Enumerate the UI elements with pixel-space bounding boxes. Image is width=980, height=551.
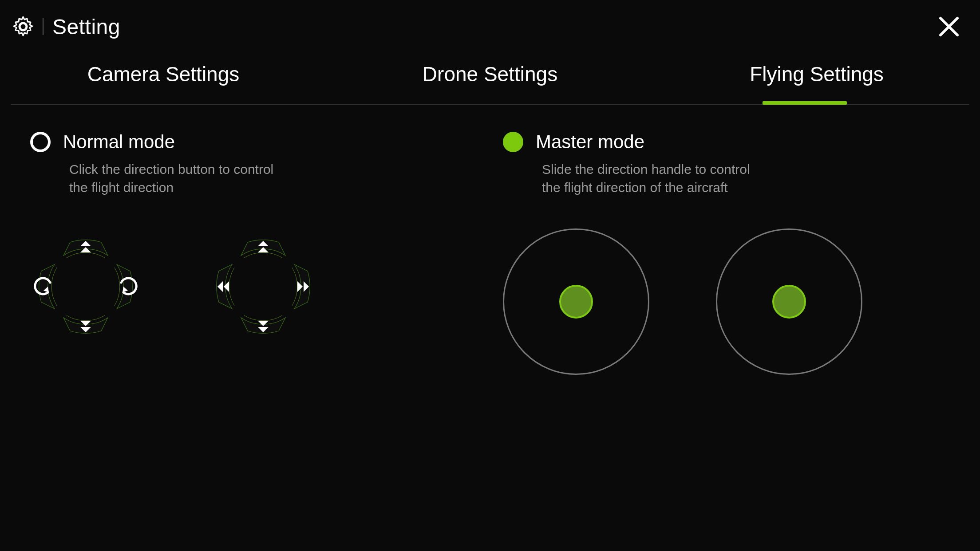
dpad-right-up-button[interactable] (243, 233, 283, 260)
close-icon (938, 16, 960, 38)
dpad-left-up-button[interactable] (66, 233, 106, 260)
tab-active-indicator (763, 101, 847, 105)
close-button[interactable] (936, 13, 962, 40)
joystick-right[interactable] (716, 228, 862, 375)
joystick-right-thumb[interactable] (772, 285, 806, 319)
header-left: Setting (12, 15, 120, 39)
joystick-left[interactable] (503, 228, 649, 375)
dpad-left-down-button[interactable] (66, 313, 106, 340)
panel-normal-mode: Normal mode Click the direction button t… (30, 131, 476, 375)
dpad-left (30, 231, 141, 342)
header: Setting (0, 0, 980, 49)
tab-drone-settings[interactable]: Drone Settings (327, 62, 653, 105)
panel-normal-desc: Click the direction button to control th… (69, 161, 291, 197)
master-controls-row (503, 228, 931, 375)
dpad-left-cw-button[interactable] (112, 267, 139, 307)
panel-master-mode: Master mode Slide the direction handle t… (503, 131, 949, 375)
gear-icon (12, 16, 34, 37)
normal-controls-row (30, 231, 458, 342)
panel-normal-head: Normal mode (30, 131, 458, 153)
dpad-right (208, 231, 319, 342)
tabs: Camera Settings Drone Settings Flying Se… (0, 49, 980, 105)
tab-camera-settings[interactable]: Camera Settings (0, 62, 327, 105)
dpad-right-right-button[interactable] (290, 267, 316, 307)
radio-normal-mode[interactable] (30, 132, 51, 152)
panel-master-desc: Slide the direction handle to control th… (542, 161, 764, 197)
page-title: Setting (52, 15, 120, 39)
dpad-right-left-button[interactable] (210, 267, 237, 307)
panel-master-title: Master mode (536, 131, 644, 153)
panel-normal-title: Normal mode (63, 131, 175, 153)
dpad-left-ccw-button[interactable] (32, 267, 59, 307)
tab-flying-settings[interactable]: Flying Settings (653, 62, 980, 105)
panel-master-head: Master mode (503, 131, 931, 153)
radio-master-mode[interactable] (503, 132, 523, 152)
joystick-left-thumb[interactable] (559, 285, 593, 319)
dpad-right-down-button[interactable] (243, 313, 283, 340)
header-divider (43, 18, 43, 35)
body: Normal mode Click the direction button t… (0, 105, 980, 375)
